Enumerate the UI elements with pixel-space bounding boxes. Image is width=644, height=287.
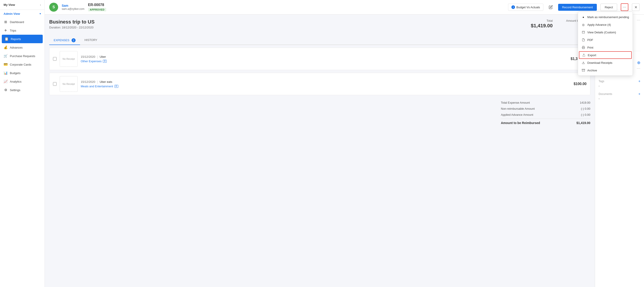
close-button[interactable]: ✕ (632, 3, 640, 11)
summary-row-total-expense: Total Expense Amount 1419.00 (501, 100, 590, 106)
summary-amount-reim-amount: $1,419.00 (576, 121, 590, 125)
expense-meta-1: 15/12/2020 | Uber (81, 55, 568, 59)
sidebar-item-advances[interactable]: 💰 Advances (0, 43, 44, 52)
expense-amount-2: $100.00 (574, 82, 586, 86)
tags-add-icon[interactable]: + (638, 79, 640, 83)
summary-applied-advance-amount: (-) 0.00 (581, 113, 590, 116)
dropdown-item-label: Print (588, 46, 594, 49)
expense-row-2: No Receipt 15/12/2020 | Uber eats Meals … (49, 73, 590, 95)
dropdown-item-archive[interactable]: Archive (578, 67, 632, 74)
user-avatar: S (49, 3, 58, 12)
expense-date-1: 15/12/2020 (81, 55, 95, 59)
trips-icon: ✈ (4, 29, 8, 33)
documents-add-icon[interactable]: + (638, 92, 640, 96)
trip-more-icon[interactable]: ··· (637, 67, 640, 71)
expense-info-2: 15/12/2020 | Uber eats Meals and Enterta… (81, 80, 570, 88)
dropdown-item-download-receipts[interactable]: Download Receipts (578, 59, 632, 67)
admin-view-toggle[interactable]: Admin View ▾ (0, 10, 44, 18)
tags-section: Tags + - (598, 79, 640, 88)
report-id: ER-00078 (88, 3, 104, 7)
archive-icon (582, 69, 585, 72)
expense-checkbox-1[interactable] (53, 57, 56, 61)
view-details-icon (582, 31, 585, 34)
expense-1-more-icon[interactable]: ··· (637, 18, 640, 22)
expense-meta-2: 15/12/2020 | Uber eats (81, 80, 570, 84)
more-options-button[interactable]: ··· (621, 3, 628, 11)
dropdown-item-apply-advance[interactable]: ◎ Apply Advance (4) (578, 21, 632, 29)
corporate-cards-icon: 💳 (4, 63, 8, 67)
expense-merchant-2: Uber eats (100, 80, 112, 84)
report-main: Business trip to US Duration: 18/12/2020… (45, 15, 595, 287)
add-circle-icon[interactable]: ⊕ (637, 60, 640, 65)
total-amount: $1,419.00 (531, 23, 553, 29)
sidebar-item-purchase-requests[interactable]: 🛒 Purchase Requests (0, 52, 44, 60)
reports-icon: 📋 (4, 37, 8, 41)
dropdown-item-view-details[interactable]: View Details (Custom) (578, 29, 632, 36)
main-content: S Sam sam.a@zylker.com ER-00078 APPROVED… (45, 0, 644, 287)
sidebar-item-settings[interactable]: ⚙ Settings (0, 86, 44, 94)
tabs: EXPENSES 2 HISTORY (49, 36, 590, 45)
total-item: Total $1,419.00 (531, 19, 553, 29)
my-view-label: My View (4, 3, 15, 7)
sidebar-item-label: Purchase Requests (10, 54, 35, 58)
svg-rect-0 (582, 31, 584, 34)
user-name: Sam (62, 4, 84, 8)
svg-rect-5 (582, 69, 585, 70)
dashboard-icon: ⊞ (4, 20, 8, 24)
report-id-section: ER-00078 APPROVED (88, 3, 106, 12)
summary-row-amount-reim: Amount to be Reimbursed $1,419.00 (501, 119, 590, 126)
record-reimbursement-button[interactable]: Record Reimbursement (558, 4, 597, 11)
expense-date-2: 15/12/2020 (81, 80, 95, 84)
dropdown-item-label: Archive (588, 69, 597, 72)
r-badge-2: R (114, 85, 118, 88)
dropdown-item-print[interactable]: Print (578, 44, 632, 51)
sidebar-item-label: Advances (10, 46, 22, 49)
ellipsis-icon: ··· (623, 5, 626, 9)
budget-btn-label: Budget Vs Actuals (516, 6, 540, 9)
sidebar-item-label: Settings (10, 88, 20, 92)
status-badge: APPROVED (88, 8, 106, 12)
dropdown-item-label: Mark as reimbursement pending (588, 16, 629, 19)
expense-category-2[interactable]: Meals and Entertainment R (81, 85, 570, 88)
edit-button[interactable] (547, 3, 554, 11)
budget-vs-actuals-button[interactable]: i Budget Vs Actuals (508, 4, 544, 11)
summary-row-non-reimbursable: Non-reimbursable Amount (-) 0.00 (501, 106, 590, 112)
expense-info-1: 15/12/2020 | Uber Other Expenses R (81, 55, 568, 63)
tab-history[interactable]: HISTORY (80, 36, 102, 45)
sidebar: My View › Admin View ▾ ⊞ Dashboard ✈ Tri… (0, 0, 45, 287)
print-icon (582, 46, 585, 49)
my-view-toggle[interactable]: My View › (0, 0, 44, 10)
sidebar-item-analytics[interactable]: 📈 Analytics (0, 77, 44, 86)
summary-total-expense-label: Total Expense Amount (501, 101, 530, 104)
tags-value: - (598, 84, 640, 88)
pdf-icon (582, 38, 585, 42)
documents-section: Documents + - (598, 92, 640, 100)
documents-label: Documents + (598, 92, 640, 96)
close-icon: ✕ (634, 5, 637, 10)
sidebar-item-reports[interactable]: 📋 Reports (2, 35, 43, 43)
purchase-requests-icon: 🛒 (4, 54, 8, 58)
expense-checkbox-2[interactable] (53, 82, 56, 86)
sidebar-item-label: Corporate Cards (10, 63, 31, 66)
export-icon (582, 53, 586, 57)
download-receipts-icon (582, 61, 585, 65)
tab-history-label: HISTORY (84, 38, 97, 42)
dropdown-item-mark-pending[interactable]: ● Mark as reimbursement pending (578, 13, 632, 21)
dropdown-item-pdf[interactable]: PDF (578, 36, 632, 44)
sidebar-item-trips[interactable]: ✈ Trips (0, 26, 44, 35)
admin-view-chevron-icon: ▾ (40, 12, 41, 15)
reject-button[interactable]: Reject (600, 4, 617, 11)
topbar: S Sam sam.a@zylker.com ER-00078 APPROVED… (45, 0, 644, 15)
dropdown-item-export[interactable]: Export (579, 51, 632, 59)
advances-icon: 💰 (4, 46, 8, 50)
sidebar-item-dashboard[interactable]: ⊞ Dashboard (0, 18, 44, 26)
sidebar-item-corporate-cards[interactable]: 💳 Corporate Cards (0, 60, 44, 69)
sidebar-item-budgets[interactable]: 📊 Budgets (0, 69, 44, 77)
admin-view-label: Admin View (4, 12, 20, 16)
dropdown-item-label: Apply Advance (4) (588, 23, 611, 27)
info-icon: i (512, 5, 515, 9)
dropdown-menu: ● Mark as reimbursement pending ◎ Apply … (578, 12, 633, 76)
budgets-icon: 📊 (4, 71, 8, 75)
expense-category-1[interactable]: Other Expenses R (81, 60, 568, 63)
tab-expenses[interactable]: EXPENSES 2 (49, 36, 80, 45)
